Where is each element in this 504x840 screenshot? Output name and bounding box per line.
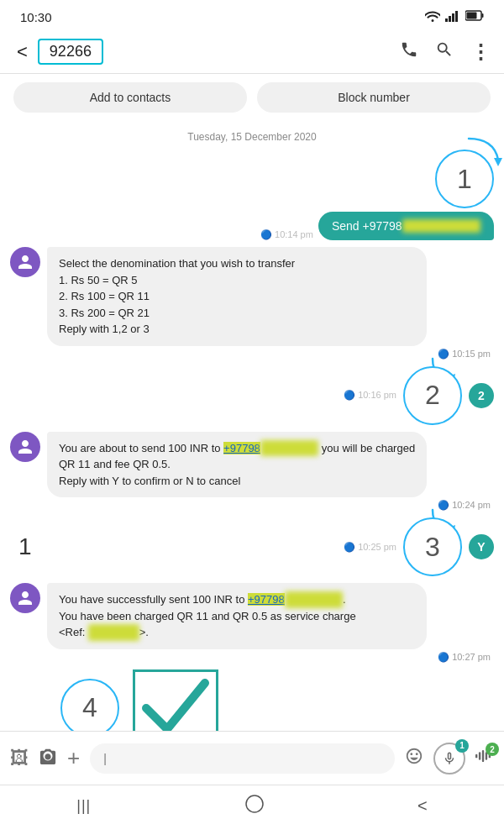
- recv-bubble-3: You have successfully sent 100 INR to +9…: [47, 583, 427, 649]
- svg-rect-0: [445, 18, 448, 22]
- recv-bubble-2: You are about to send 100 INR to +97798X…: [47, 432, 427, 498]
- signal-icon: [445, 10, 460, 24]
- recv-time-3: 🔵 10:27 pm: [47, 652, 494, 663]
- recv-time-2: 🔵 10:24 pm: [47, 500, 494, 511]
- svg-rect-3: [455, 11, 458, 22]
- call-icon[interactable]: [400, 40, 418, 63]
- recv-avatar-1: [10, 247, 40, 277]
- checkmark-icon: [142, 679, 209, 732]
- recv-time-1: 🔵 10:15 pm: [47, 349, 494, 360]
- nav-home-button[interactable]: [228, 787, 281, 826]
- header-actions: ⋮: [400, 40, 491, 64]
- badge-2: 2: [469, 383, 494, 408]
- message-input[interactable]: [90, 743, 395, 774]
- svg-rect-2: [452, 13, 454, 22]
- recv-message-3: You have successfully sent 100 INR to +9…: [10, 583, 494, 663]
- checkmark-box: [133, 669, 218, 732]
- add-icon[interactable]: +: [67, 745, 80, 771]
- sticker-icon[interactable]: [405, 747, 423, 770]
- recv-avatar-2: [10, 432, 40, 462]
- svg-point-15: [246, 795, 263, 812]
- gallery-icon[interactable]: 🖼: [10, 748, 29, 769]
- action-buttons-row: Add to contacts Block number: [0, 74, 504, 121]
- svg-rect-6: [482, 13, 484, 18]
- svg-rect-11: [479, 752, 480, 759]
- menu-icon[interactable]: ⋮: [470, 40, 491, 64]
- contact-number[interactable]: 92266: [38, 39, 103, 65]
- annotation-1-label: 1: [18, 533, 32, 560]
- nav-menu-button[interactable]: |||: [60, 790, 108, 822]
- add-to-contacts-button[interactable]: Add to contacts: [13, 82, 247, 113]
- block-number-button[interactable]: Block number: [257, 82, 491, 113]
- date-label: Tuesday, 15 December 2020: [10, 131, 494, 143]
- audio-wave-button[interactable]: 2: [475, 748, 494, 769]
- audio-badge-2: 2: [486, 743, 499, 756]
- badge-y: Y: [469, 534, 494, 559]
- nav-bar: ||| <: [0, 785, 504, 827]
- messages-area[interactable]: Tuesday, 15 December 2020 1 🔵 10:14 pm S…: [0, 121, 504, 731]
- svg-rect-12: [482, 750, 484, 762]
- sent-time-2: 🔵 10:16 pm: [344, 390, 396, 401]
- battery-icon: [465, 10, 484, 24]
- recv-avatar-3: [10, 583, 40, 613]
- sent-bubble-1: Send +97798XXXXXXXXXX: [318, 212, 494, 240]
- svg-rect-1: [449, 16, 451, 22]
- header: < 92266 ⋮: [0, 30, 504, 74]
- recv-message-2: You are about to send 100 INR to +97798X…: [10, 432, 494, 512]
- sent-time-1: 🔵 10:14 pm: [260, 229, 313, 240]
- camera-icon[interactable]: [39, 748, 57, 769]
- svg-rect-10: [475, 754, 477, 759]
- status-time: 10:30: [20, 10, 52, 24]
- svg-rect-5: [467, 13, 477, 19]
- circle-1: 1: [435, 150, 494, 208]
- svg-marker-7: [494, 158, 502, 166]
- sent-time-3: 🔵 10:25 pm: [344, 542, 396, 553]
- recv-message-1: Select the denomination that you wish to…: [10, 247, 494, 360]
- status-icons: [425, 10, 484, 24]
- circle-3: 3: [403, 517, 462, 576]
- circle-4: 4: [60, 679, 119, 732]
- nav-back-button[interactable]: <: [401, 790, 444, 822]
- mic-button[interactable]: 1: [433, 743, 465, 774]
- back-button[interactable]: <: [13, 38, 31, 66]
- wifi-icon: [425, 10, 440, 24]
- input-bar: 🖼 + 1 2: [0, 731, 504, 785]
- recv-bubble-1: Select the denomination that you wish to…: [47, 247, 427, 346]
- search-icon[interactable]: [435, 40, 454, 63]
- circle-2: 2: [403, 366, 462, 425]
- mic-badge-1: 1: [455, 739, 469, 753]
- status-bar: 10:30: [0, 0, 504, 30]
